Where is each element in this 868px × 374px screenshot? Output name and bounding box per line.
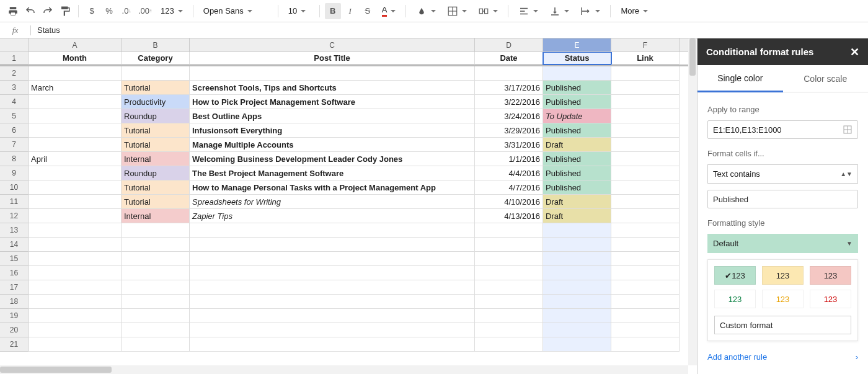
merge-dropdown[interactable] xyxy=(473,3,503,19)
redo-icon[interactable] xyxy=(40,3,56,19)
cell[interactable]: How to Pick Project Management Software xyxy=(190,95,475,109)
row-header[interactable]: 7 xyxy=(0,138,29,152)
row-header[interactable]: 11 xyxy=(0,195,29,209)
cell[interactable]: 1/1/2016 xyxy=(475,152,543,166)
row-header[interactable]: 20 xyxy=(0,323,29,337)
cell[interactable]: Tutorial xyxy=(122,123,190,138)
row-header[interactable]: 12 xyxy=(0,209,29,223)
cell[interactable]: How to Manage Personal Tasks with a Proj… xyxy=(190,180,475,195)
cell[interactable] xyxy=(611,195,680,209)
vertical-scrollbar[interactable] xyxy=(688,38,697,365)
row-header[interactable]: 19 xyxy=(0,309,29,323)
halign-dropdown[interactable] xyxy=(513,3,543,19)
cell[interactable] xyxy=(190,66,475,81)
cell[interactable] xyxy=(29,123,122,138)
font-size-dropdown[interactable]: 10 xyxy=(283,3,314,19)
cell[interactable] xyxy=(611,280,680,295)
cell[interactable] xyxy=(611,152,680,166)
cell[interactable] xyxy=(29,337,122,352)
cell[interactable] xyxy=(543,337,611,352)
cell[interactable]: Productivity xyxy=(122,95,190,109)
cell[interactable] xyxy=(29,109,122,123)
cell[interactable]: 4/13/2016 xyxy=(475,209,543,223)
row-header[interactable]: 8 xyxy=(0,152,29,166)
cell[interactable]: Roundup xyxy=(122,166,190,180)
cell[interactable]: Link xyxy=(611,52,680,65)
cell[interactable]: To Update xyxy=(543,109,611,123)
cell[interactable]: Draft xyxy=(543,209,611,223)
cell[interactable]: Date xyxy=(475,52,543,65)
cell[interactable] xyxy=(29,166,122,180)
cell[interactable] xyxy=(543,280,611,295)
col-header-e[interactable]: E xyxy=(543,38,611,51)
borders-dropdown[interactable] xyxy=(442,3,472,19)
cell[interactable] xyxy=(29,266,122,280)
cell[interactable] xyxy=(475,309,543,323)
cell[interactable]: Best Outline Apps xyxy=(190,109,475,123)
cell[interactable]: Status xyxy=(543,52,611,65)
cell[interactable] xyxy=(611,252,680,266)
cell[interactable] xyxy=(190,309,475,323)
cell[interactable]: 3/29/2016 xyxy=(475,123,543,138)
cell[interactable] xyxy=(29,209,122,223)
cell[interactable] xyxy=(611,209,680,223)
cell[interactable] xyxy=(122,337,190,352)
formula-input[interactable]: Status xyxy=(31,25,60,35)
cell[interactable] xyxy=(611,309,680,323)
cell[interactable] xyxy=(122,280,190,295)
range-input[interactable]: E1:E10,E13:E1000 xyxy=(707,120,858,140)
select-all-corner[interactable] xyxy=(0,38,29,51)
cell[interactable] xyxy=(122,223,190,238)
row-header[interactable]: 10 xyxy=(0,180,29,195)
cell[interactable]: 3/31/2016 xyxy=(475,138,543,152)
font-dropdown[interactable]: Open Sans xyxy=(198,3,273,19)
cell[interactable] xyxy=(475,295,543,309)
text-color-dropdown[interactable]: A xyxy=(377,3,401,19)
cell[interactable] xyxy=(475,238,543,252)
print-icon[interactable] xyxy=(5,3,21,19)
cell[interactable]: Zapier Tips xyxy=(190,209,475,223)
cell[interactable] xyxy=(190,323,475,337)
strike-button[interactable]: S xyxy=(360,3,376,19)
col-header-c[interactable]: C xyxy=(190,38,475,51)
cell[interactable] xyxy=(29,323,122,337)
number-format-dropdown[interactable]: 123 xyxy=(156,3,188,19)
cell[interactable] xyxy=(611,323,680,337)
cell[interactable] xyxy=(29,295,122,309)
currency-button[interactable]: $ xyxy=(84,3,100,19)
cell[interactable]: 4/4/2016 xyxy=(475,166,543,180)
cell[interactable] xyxy=(190,252,475,266)
cell[interactable] xyxy=(543,309,611,323)
col-header-d[interactable]: D xyxy=(475,38,543,51)
cell[interactable] xyxy=(611,95,680,109)
cell[interactable] xyxy=(29,238,122,252)
cell[interactable] xyxy=(29,252,122,266)
cell[interactable]: Tutorial xyxy=(122,81,190,95)
cell[interactable]: 3/24/2016 xyxy=(475,109,543,123)
cell[interactable] xyxy=(543,223,611,238)
cell[interactable]: Draft xyxy=(543,138,611,152)
cell[interactable] xyxy=(543,266,611,280)
cell[interactable] xyxy=(29,180,122,195)
cell[interactable] xyxy=(611,180,680,195)
cell[interactable] xyxy=(122,252,190,266)
cell[interactable]: Roundup xyxy=(122,109,190,123)
fill-color-dropdown[interactable] xyxy=(411,3,441,19)
cell[interactable]: Category xyxy=(122,52,190,65)
row-header[interactable]: 4 xyxy=(0,95,29,109)
cell[interactable] xyxy=(29,138,122,152)
swatch-yellow-text[interactable]: 123 xyxy=(762,290,804,308)
cell[interactable] xyxy=(190,280,475,295)
condition-value-input[interactable]: Published xyxy=(707,190,858,209)
cell[interactable] xyxy=(122,238,190,252)
cell[interactable] xyxy=(611,223,680,238)
row-header[interactable]: 1 xyxy=(0,52,29,65)
decrease-decimal-button[interactable]: .0↓ xyxy=(118,3,135,19)
horizontal-scrollbar[interactable] xyxy=(0,365,688,374)
cell[interactable] xyxy=(190,223,475,238)
undo-icon[interactable] xyxy=(22,3,38,19)
cell[interactable] xyxy=(475,266,543,280)
row-header[interactable]: 18 xyxy=(0,295,29,309)
cell[interactable]: Welcoming Business Development Leader Co… xyxy=(190,152,475,166)
cell[interactable]: Published xyxy=(543,152,611,166)
